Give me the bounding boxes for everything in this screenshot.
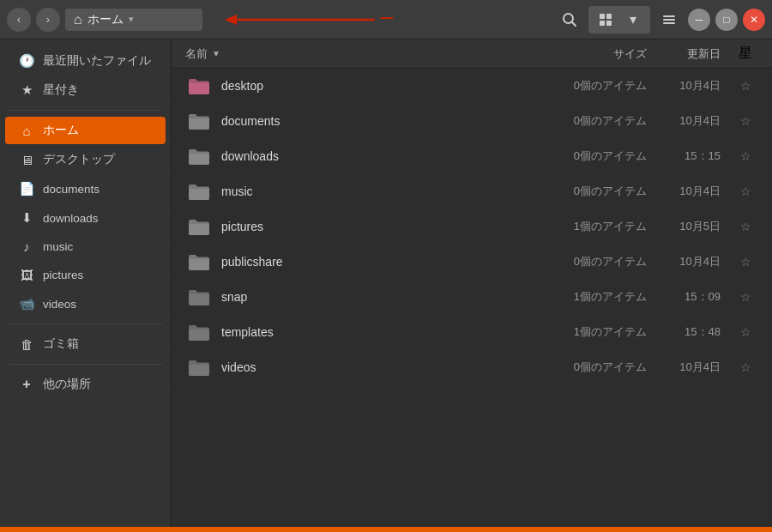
star-button[interactable]: ☆ <box>733 325 758 339</box>
star-button[interactable]: ☆ <box>733 149 758 163</box>
sidebar-item-starred[interactable]: ★ 星付き <box>5 76 166 104</box>
folder-icon <box>185 285 213 309</box>
nav-back-button[interactable]: ‹ <box>7 8 31 32</box>
folder-icon <box>185 320 213 344</box>
file-cell-date: 15：09 <box>664 289 733 305</box>
table-row[interactable]: videos 0個のアイテム 10月4日 ☆ <box>172 350 772 385</box>
sidebar-label-starred: 星付き <box>43 82 79 98</box>
column-date[interactable]: 更新日 <box>664 46 733 62</box>
star-button[interactable]: ☆ <box>733 290 758 304</box>
file-cell-date: 10月4日 <box>664 254 733 269</box>
sidebar-label-videos: videos <box>43 298 76 311</box>
svg-rect-11 <box>663 22 675 24</box>
location-label: ホーム <box>87 12 124 27</box>
home-sidebar-icon: ⌂ <box>19 124 34 138</box>
sidebar-item-trash[interactable]: 🗑 ゴミ箱 <box>5 330 166 358</box>
file-name: snap <box>221 290 247 304</box>
table-row[interactable]: desktop 0個のアイテム 10月4日 ☆ <box>172 69 772 104</box>
file-cell-size: 1個のアイテム <box>552 219 664 234</box>
column-size[interactable]: サイズ <box>552 46 664 62</box>
pictures-icon: 🖼 <box>19 268 34 282</box>
nav-forward-button[interactable]: › <box>36 8 60 32</box>
search-icon <box>562 12 577 27</box>
titlebar-right: ▾ ─ □ ✕ <box>556 6 765 33</box>
sidebar-label-documents: documents <box>43 183 100 196</box>
search-button[interactable] <box>556 6 583 33</box>
file-cell-size: 0個のアイテム <box>552 360 664 375</box>
star-button[interactable]: ☆ <box>733 255 758 269</box>
sidebar: 🕐 最近開いたファイル ★ 星付き ⌂ ホーム 🖥 デスクトップ 📄 docum… <box>0 39 172 527</box>
file-cell-name: downloads <box>185 144 552 168</box>
star-icon: ★ <box>19 82 34 98</box>
table-row[interactable]: publicshare 0個のアイテム 10月4日 ☆ <box>172 245 772 280</box>
svg-rect-8 <box>606 21 612 26</box>
file-cell-date: 10月4日 <box>664 78 733 94</box>
grid-view-button[interactable] <box>592 6 619 33</box>
svg-rect-9 <box>663 15 675 17</box>
menu-button[interactable] <box>655 6 683 33</box>
sidebar-divider-1 <box>9 110 162 111</box>
file-cell-date: 15：15 <box>664 148 733 164</box>
sidebar-item-home[interactable]: ⌂ ホーム <box>5 117 166 144</box>
star-button[interactable]: ☆ <box>733 114 758 128</box>
add-icon: + <box>19 377 34 392</box>
file-cell-size: 0個のアイテム <box>552 184 664 199</box>
star-button[interactable]: ☆ <box>733 360 758 374</box>
file-name: downloads <box>221 149 279 163</box>
main-content: 🕐 最近開いたファイル ★ 星付き ⌂ ホーム 🖥 デスクトップ 📄 docum… <box>0 39 772 527</box>
sidebar-item-music[interactable]: ♪ music <box>5 233 166 260</box>
file-name: music <box>221 184 253 198</box>
sidebar-item-downloads[interactable]: ⬇ downloads <box>5 204 166 232</box>
maximize-button[interactable]: □ <box>715 9 738 31</box>
file-cell-name: music <box>185 179 552 203</box>
downloads-icon: ⬇ <box>19 210 34 226</box>
star-button[interactable]: ☆ <box>733 79 758 93</box>
sidebar-label-trash: ゴミ箱 <box>43 336 79 352</box>
file-cell-size: 0個のアイテム <box>552 254 664 269</box>
sidebar-divider-3 <box>9 364 162 365</box>
chevron-down-icon: ▾ <box>129 14 134 25</box>
file-name: pictures <box>221 220 263 233</box>
folder-icon <box>185 355 213 379</box>
sidebar-label-recent: 最近開いたファイル <box>43 53 151 69</box>
star-button[interactable]: ☆ <box>733 220 758 233</box>
view-dropdown-button[interactable]: ▾ <box>619 6 647 33</box>
table-row[interactable]: documents 0個のアイテム 10月4日 ☆ <box>172 104 772 139</box>
filelist-header: 名前 ▼ サイズ 更新日 星 <box>172 39 772 69</box>
sidebar-label-home: ホーム <box>43 123 79 138</box>
sidebar-divider-2 <box>9 323 162 324</box>
file-cell-name: publicshare <box>185 250 552 274</box>
trash-icon: 🗑 <box>19 337 34 352</box>
filelist-body: desktop 0個のアイテム 10月4日 ☆ documents 0個のアイテ… <box>172 69 772 527</box>
view-toggle-group: ▾ <box>588 6 650 33</box>
file-cell-size: 1個のアイテム <box>552 289 664 305</box>
table-row[interactable]: templates 1個のアイテム 15：48 ☆ <box>172 315 772 350</box>
file-cell-size: 0個のアイテム <box>552 148 664 164</box>
folder-icon <box>185 179 213 203</box>
sidebar-item-documents[interactable]: 📄 documents <box>5 175 166 203</box>
table-row[interactable]: snap 1個のアイテム 15：09 ☆ <box>172 280 772 315</box>
table-row[interactable]: music 0個のアイテム 10月4日 ☆ <box>172 174 772 209</box>
location-bar[interactable]: ⌂ ホーム ▾ <box>65 9 202 31</box>
sidebar-item-other[interactable]: + 他の場所 <box>5 371 166 398</box>
svg-rect-5 <box>600 14 605 19</box>
sidebar-item-pictures[interactable]: 🖼 pictures <box>5 262 166 288</box>
column-name[interactable]: 名前 ▼ <box>185 46 552 62</box>
sidebar-item-recent[interactable]: 🕐 最近開いたファイル <box>5 47 166 75</box>
minimize-button[interactable]: ─ <box>688 9 710 31</box>
sidebar-item-desktop[interactable]: 🖥 デスクトップ <box>5 146 166 173</box>
music-icon: ♪ <box>19 239 34 254</box>
star-button[interactable]: ☆ <box>733 184 758 198</box>
table-row[interactable]: pictures 1個のアイテム 10月5日 ☆ <box>172 209 772 245</box>
sidebar-item-videos[interactable]: 📹 videos <box>5 290 166 317</box>
file-name: desktop <box>221 79 263 93</box>
close-button[interactable]: ✕ <box>743 9 765 31</box>
table-row[interactable]: downloads 0個のアイテム 15：15 ☆ <box>172 139 772 174</box>
file-cell-date: 10月4日 <box>664 184 733 199</box>
grid-icon <box>599 13 612 27</box>
svg-line-4 <box>572 21 576 26</box>
column-star: 星 <box>733 45 758 63</box>
folder-icon <box>185 144 213 168</box>
file-cell-size: 0個のアイテム <box>552 113 664 129</box>
file-cell-size: 0個のアイテム <box>552 78 664 94</box>
